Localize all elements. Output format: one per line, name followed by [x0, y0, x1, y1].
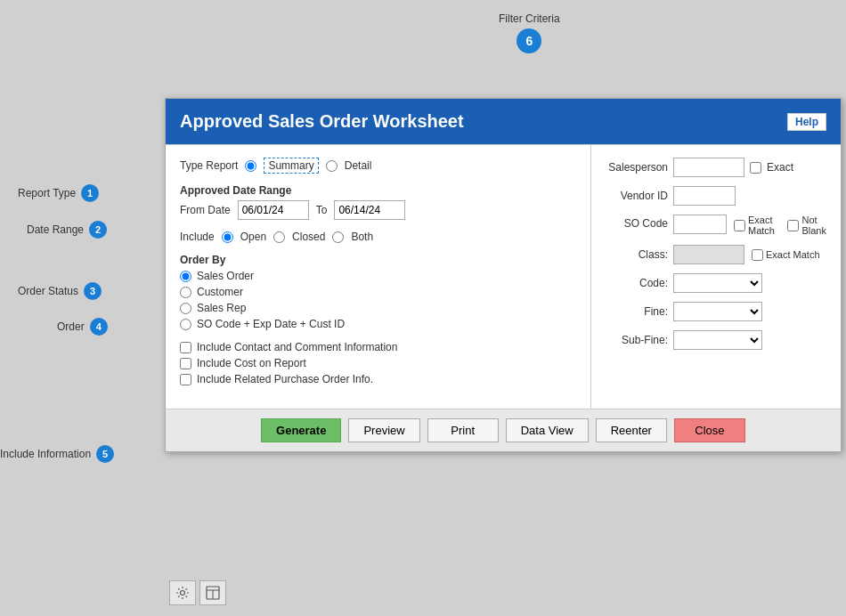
both-radio[interactable] [332, 231, 344, 243]
side-label-order-status: Order Status 3 [18, 282, 102, 300]
outer-wrapper: Filter Criteria 6 Report Type 1 Date Ran… [0, 0, 846, 616]
print-button[interactable]: Print [427, 418, 499, 442]
order-customer-row: Customer [180, 286, 576, 298]
order-sales-order-row: Sales Order [180, 270, 576, 282]
order-by-section: Order By Sales Order Customer Sales R [180, 254, 576, 330]
salesperson-label: Salesperson [606, 161, 668, 174]
date-range-section: Approved Date Range From Date To [180, 184, 576, 220]
sub-fine-row: Sub-Fine: [606, 330, 826, 350]
so-code-input[interactable] [673, 215, 727, 234]
detail-radio[interactable] [326, 160, 338, 172]
cost-checkbox[interactable] [180, 358, 191, 369]
type-report-label: Type Report [180, 159, 238, 172]
open-label: Open [240, 231, 266, 243]
detail-label: Detail [345, 159, 372, 172]
exact-match-label: Exact Match [748, 215, 778, 236]
reenter-button[interactable]: Reenter [596, 418, 667, 442]
sales-rep-radio[interactable] [180, 303, 191, 314]
not-blank-checkbox[interactable] [787, 220, 799, 231]
class-exact-match: Exact Match [752, 249, 820, 261]
side-badge-2: 2 [89, 221, 107, 239]
open-radio[interactable] [222, 231, 233, 243]
vendor-id-row: Vendor ID [606, 186, 826, 206]
salesperson-exact-checkbox[interactable] [750, 162, 761, 174]
customer-radio[interactable] [180, 287, 191, 298]
class-row: Class: Exact Match [606, 245, 826, 264]
type-report-section: Type Report Summary Detail [180, 158, 576, 174]
include-info-label: Include Information [0, 448, 91, 460]
purchase-checkbox[interactable] [180, 374, 191, 385]
class-input[interactable] [673, 245, 744, 264]
so-code-radio[interactable] [180, 319, 191, 330]
dialog-body: Type Report Summary Detail Approved Date… [166, 144, 841, 409]
so-code-row: SO Code Exact Match Not Blank [606, 215, 826, 236]
side-label-order: Order 4 [57, 318, 108, 336]
order-by-title: Order By [180, 254, 576, 266]
sub-fine-select[interactable] [673, 330, 762, 350]
side-label-include-info: Include Information 5 [0, 445, 114, 463]
include-label: Include [180, 231, 215, 243]
salesperson-input[interactable] [673, 158, 744, 177]
bottom-icons [169, 580, 226, 605]
class-label: Class: [606, 248, 668, 261]
check-purchase-row: Include Related Purchase Order Info. [180, 373, 576, 385]
summary-label: Summary [264, 158, 318, 174]
not-blank-row: Not Blank [787, 215, 826, 236]
order-status-row: Include Open Closed Both [180, 231, 576, 243]
order-sales-rep-row: Sales Rep [180, 302, 576, 314]
summary-radio[interactable] [245, 160, 256, 172]
so-exact-match-checkbox[interactable] [734, 220, 745, 231]
code-label: Code: [606, 277, 668, 289]
vendor-id-label: Vendor ID [606, 190, 668, 202]
check-cost-row: Include Cost on Report [180, 357, 576, 369]
preview-button[interactable]: Preview [348, 418, 419, 442]
side-badge-3: 3 [84, 282, 102, 300]
help-button[interactable]: Help [787, 113, 826, 131]
sales-order-radio[interactable] [180, 271, 191, 282]
side-badge-4: 4 [90, 318, 108, 336]
dialog-footer: Generate Preview Print Data View Reenter… [166, 409, 841, 451]
filter-criteria-label: Filter Criteria [499, 12, 560, 25]
svg-point-0 [181, 591, 185, 596]
side-label-date-range: Date Range 2 [27, 221, 107, 239]
so-code-label: SO Code [606, 215, 668, 230]
order-status-section: Include Open Closed Both [180, 231, 576, 243]
date-range-label: Date Range [27, 223, 84, 236]
filter-criteria-badge: 6 [517, 28, 541, 53]
side-badge-1: 1 [81, 184, 99, 202]
data-view-button[interactable]: Data View [506, 418, 589, 442]
report-type-label: Report Type [18, 187, 76, 199]
sales-order-label: Sales Order [197, 270, 254, 282]
gear-icon [175, 586, 190, 600]
so-code-not-blank: Not Blank [787, 215, 826, 236]
vendor-id-input[interactable] [673, 186, 736, 206]
filter-criteria-area: Filter Criteria 6 [499, 12, 560, 53]
closed-radio[interactable] [273, 231, 285, 243]
code-select[interactable] [673, 273, 762, 293]
to-date-input[interactable] [334, 200, 405, 220]
fine-select[interactable] [673, 302, 762, 321]
exact-match-row: Exact Match [734, 215, 778, 236]
side-badge-5: 5 [96, 445, 114, 463]
order-status-label: Order Status [18, 285, 78, 297]
purchase-label: Include Related Purchase Order Info. [197, 373, 373, 385]
cost-label: Include Cost on Report [197, 357, 306, 369]
contact-checkbox[interactable] [180, 342, 191, 353]
fine-label: Fine: [606, 305, 668, 318]
customer-label: Customer [197, 286, 243, 298]
settings-icon-btn[interactable] [169, 580, 196, 605]
table-icon-btn[interactable] [199, 580, 226, 605]
from-date-label: From Date [180, 204, 231, 216]
generate-button[interactable]: Generate [261, 418, 341, 442]
left-panel: Type Report Summary Detail Approved Date… [166, 145, 591, 409]
contact-label: Include Contact and Comment Information [197, 341, 397, 353]
to-label: To [316, 204, 328, 216]
main-dialog: Approved Sales Order Worksheet Help Type… [165, 98, 842, 452]
include-info-checkboxes: Include Contact and Comment Information … [180, 341, 576, 385]
table-icon [206, 586, 220, 600]
closed-label: Closed [292, 231, 325, 243]
class-exact-checkbox[interactable] [752, 249, 763, 261]
close-button[interactable]: Close [674, 418, 745, 442]
right-panel: Salesperson Exact Vendor ID SO Code [591, 145, 841, 409]
from-date-input[interactable] [238, 200, 309, 220]
